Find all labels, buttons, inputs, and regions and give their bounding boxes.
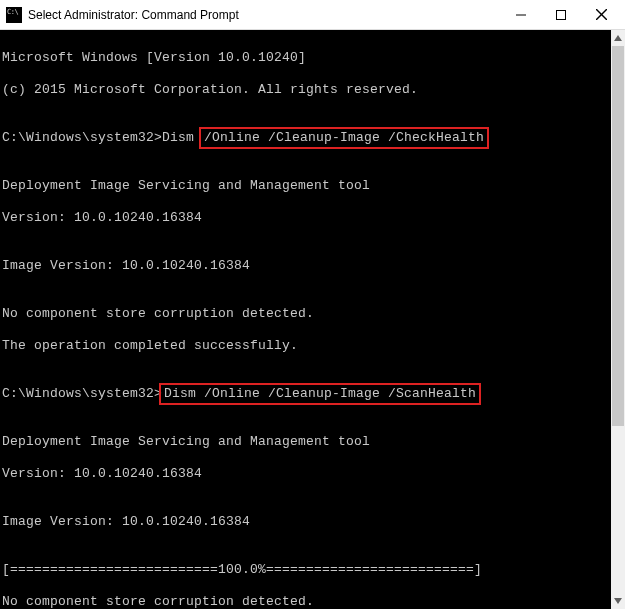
prompt-prefix: C:\Windows\system32>Dism <box>2 130 202 145</box>
output-line: No component store corruption detected. <box>2 306 609 322</box>
cmd-icon <box>6 7 22 23</box>
output-line: Deployment Image Servicing and Managemen… <box>2 434 609 450</box>
maximize-button[interactable] <box>541 0 581 29</box>
output-line: Deployment Image Servicing and Managemen… <box>2 178 609 194</box>
prompt-prefix: C:\Windows\system32> <box>2 386 162 401</box>
scroll-up-button[interactable] <box>611 30 625 46</box>
vertical-scrollbar[interactable] <box>611 30 625 609</box>
output-line: No component store corruption detected. <box>2 594 609 609</box>
output-line: Version: 10.0.10240.16384 <box>2 466 609 482</box>
svg-rect-1 <box>557 10 566 19</box>
window-titlebar: Select Administrator: Command Prompt <box>0 0 625 30</box>
prompt-line: C:\Windows\system32>Dism /Online /Cleanu… <box>2 386 609 402</box>
output-line: Image Version: 10.0.10240.16384 <box>2 514 609 530</box>
svg-marker-4 <box>614 35 622 41</box>
minimize-button[interactable] <box>501 0 541 29</box>
output-line: The operation completed successfully. <box>2 338 609 354</box>
highlighted-command: Dism /Online /Cleanup-Image /ScanHealth <box>162 386 478 402</box>
terminal-output[interactable]: Microsoft Windows [Version 10.0.10240] (… <box>0 30 611 609</box>
progress-bar: [==========================100.0%=======… <box>2 562 609 578</box>
output-line: Image Version: 10.0.10240.16384 <box>2 258 609 274</box>
output-line: (c) 2015 Microsoft Corporation. All righ… <box>2 82 609 98</box>
scrollbar-thumb[interactable] <box>612 46 624 426</box>
window-title: Select Administrator: Command Prompt <box>28 8 501 22</box>
close-button[interactable] <box>581 0 621 29</box>
output-line: Microsoft Windows [Version 10.0.10240] <box>2 50 609 66</box>
output-line: Version: 10.0.10240.16384 <box>2 210 609 226</box>
svg-marker-5 <box>614 598 622 604</box>
window-controls <box>501 0 621 29</box>
prompt-line: C:\Windows\system32>Dism /Online /Cleanu… <box>2 130 609 146</box>
highlighted-args: /Online /Cleanup-Image /CheckHealth <box>202 130 486 146</box>
scroll-down-button[interactable] <box>611 593 625 609</box>
